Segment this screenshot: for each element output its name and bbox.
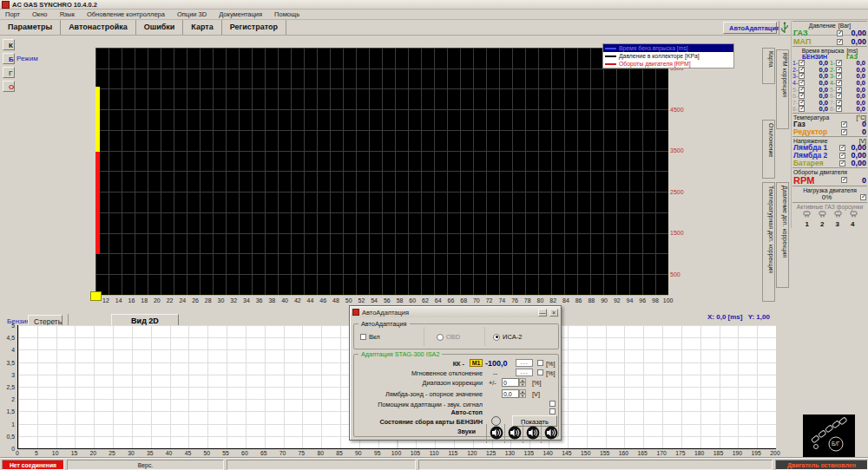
legend-row[interactable]: Обороты двигателя [RPM] xyxy=(603,60,733,68)
x-tick: 58 xyxy=(393,297,407,304)
x-tick: 62 xyxy=(418,297,432,304)
tab-Автонастройка[interactable]: Автонастройка xyxy=(61,20,136,35)
oscilloscope-chart[interactable]: Время бенз.впрыска [ms]Давление в коллек… xyxy=(95,48,668,296)
side-tab-Давление доп. коррекция[interactable]: Давление доп. коррекция xyxy=(776,182,789,288)
instant-value: -- xyxy=(493,369,497,377)
down-arrow-icon[interactable]: ▼ xyxy=(519,394,526,398)
range-spinner[interactable]: 0 ▲▼ xyxy=(502,378,526,387)
radio-isa2[interactable]: ИСА-2 xyxy=(493,333,522,341)
checkbox[interactable] xyxy=(837,30,843,36)
legend-row[interactable]: Время бенз.впрыска [ms] xyxy=(603,44,733,52)
y-tick: 2 xyxy=(3,396,15,402)
autoadapt-group: АвтоАдаптация Вкл OBD ИСА-2 xyxy=(353,323,559,349)
menu-item-Окно[interactable]: Окно xyxy=(32,10,47,18)
injector-icons xyxy=(792,211,867,220)
x-tick: 5 xyxy=(29,450,44,456)
side-tab-Карта[interactable]: Карта xyxy=(762,48,775,84)
enable-checkbox[interactable]: Вкл xyxy=(360,333,380,341)
legend-label: Время бенз.впрыска [ms] xyxy=(619,45,688,51)
checkbox[interactable] xyxy=(839,153,845,159)
side-tab-Температурная доп. коррекция[interactable]: Температурная доп. коррекция xyxy=(762,182,775,302)
x-tick: 12 xyxy=(99,297,113,304)
x-tick: 40 xyxy=(161,450,177,456)
x-tick: 125 xyxy=(483,450,499,456)
status-segment xyxy=(418,460,773,470)
checkbox[interactable] xyxy=(839,160,845,166)
spinner-arrows[interactable]: ▲▼ xyxy=(519,378,526,387)
legend-row[interactable]: Давление в коллекторе [KPa] xyxy=(603,52,733,60)
x-tick: 155 xyxy=(597,450,613,456)
tab-Параметры[interactable]: Параметры xyxy=(0,20,61,35)
autoadapt-button[interactable]: АвтоАдаптация xyxy=(723,22,777,34)
menu-item-Язык[interactable]: Язык xyxy=(59,10,75,18)
checkbox[interactable] xyxy=(836,106,842,112)
tab-Ошибки[interactable]: Ошибки xyxy=(136,20,184,35)
x-tick: 20 xyxy=(85,450,101,456)
legend-label: Обороты двигателя [RPM] xyxy=(619,61,691,67)
sound-button[interactable] xyxy=(486,424,505,443)
checkbox[interactable] xyxy=(841,177,847,183)
tab-Регистратор[interactable]: Регистратор xyxy=(222,20,286,35)
checkbox[interactable] xyxy=(860,194,866,200)
side-tab-Отклонение[interactable]: Отклонение xyxy=(762,120,775,179)
menu-item-Документация[interactable]: Документация xyxy=(219,10,262,18)
autostop-checkbox[interactable] xyxy=(549,408,556,415)
y-tick: 5 xyxy=(3,323,15,329)
x-tick: 72 xyxy=(483,297,496,304)
menu-item-Порт[interactable]: Порт xyxy=(5,10,20,18)
injector-number: 3 xyxy=(836,220,839,228)
rpm-tick: 500 xyxy=(670,271,681,277)
map-bar-red xyxy=(95,152,100,254)
x-tick: 160 xyxy=(615,450,631,456)
checkbox[interactable] xyxy=(799,106,805,112)
rpm-tick: 4500 xyxy=(670,107,684,113)
x-tick: 82 xyxy=(546,297,560,304)
kk-checkbox[interactable] xyxy=(537,360,543,366)
spinner-arrows[interactable]: ▲▼ xyxy=(519,389,526,398)
checkbox[interactable] xyxy=(839,145,845,151)
x-value: 0,0 [ms] xyxy=(716,313,742,321)
mode-button-О[interactable]: О xyxy=(3,81,15,92)
radio-obd[interactable]: OBD xyxy=(437,333,460,341)
injector-number: 4 xyxy=(851,220,854,228)
tab-Карта[interactable]: Карта xyxy=(183,20,221,35)
radio-icon[interactable] xyxy=(437,334,444,341)
titlebar: AC GAS SYNCHRO 10.4.0.2 xyxy=(0,0,868,10)
x-tick: 150 xyxy=(578,450,594,456)
mode-button-К[interactable]: К xyxy=(3,39,15,50)
section-title: Активные ГАЗ форсунки xyxy=(797,204,864,210)
sound-button[interactable] xyxy=(523,424,542,443)
load-value: 0% xyxy=(822,193,832,201)
mode-button-Г[interactable]: Г xyxy=(3,67,15,78)
x-tick: 78 xyxy=(521,297,535,304)
x-tick: 85 xyxy=(332,450,347,456)
view-2d-button[interactable]: Вид 2D xyxy=(111,314,179,326)
checkbox[interactable] xyxy=(841,121,847,127)
checkbox[interactable] xyxy=(360,334,366,340)
menu-item-Помощь[interactable]: Помощь xyxy=(274,10,299,18)
side-tab-RPM коррекция[interactable]: RPM коррекция xyxy=(776,49,789,129)
down-arrow-icon[interactable]: ▼ xyxy=(519,382,526,387)
x-tick: 76 xyxy=(508,297,522,304)
injection-value: 0,0 xyxy=(856,105,867,113)
minimize-button[interactable]: — xyxy=(538,309,547,317)
radio-icon[interactable] xyxy=(493,334,500,341)
close-icon[interactable]: × xyxy=(549,309,558,317)
sound-button[interactable] xyxy=(541,424,560,443)
sound-button[interactable] xyxy=(504,424,523,443)
checkbox[interactable] xyxy=(837,39,843,45)
checkbox[interactable] xyxy=(841,129,847,135)
mode-button-Б[interactable]: Б xyxy=(3,53,15,64)
speaker-icon xyxy=(508,426,522,441)
menu-item-Обновление контроллера[interactable]: Обновление контроллера xyxy=(87,10,165,18)
x-tick: 34 xyxy=(240,297,253,304)
x-tick: 50 xyxy=(342,297,356,304)
lambda-spinner[interactable]: 0,0 ▲▼ xyxy=(502,389,526,398)
x-tick: 92 xyxy=(610,297,624,304)
instant-checkbox[interactable] xyxy=(537,369,543,375)
assistant-checkbox[interactable] xyxy=(549,401,556,407)
dialog-titlebar[interactable]: АвтоАдаптация — × xyxy=(351,307,560,317)
x-tick: 15 xyxy=(66,450,82,456)
menu-item-Опции 3D[interactable]: Опции 3D xyxy=(177,10,207,18)
x-tick: 18 xyxy=(137,297,151,304)
